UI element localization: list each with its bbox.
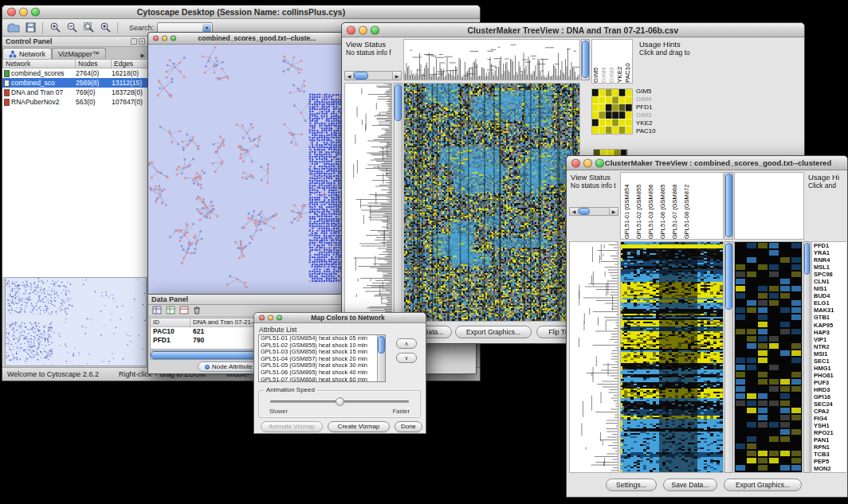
zoom-heatmap[interactable] (735, 242, 802, 472)
col-id[interactable]: ID (151, 318, 190, 327)
scroll-right-icon[interactable]: ▶ (392, 72, 401, 80)
vertical-scrollbar[interactable] (724, 241, 733, 473)
status-scrollbar[interactable]: ◀ ▶ (344, 71, 402, 80)
zoom-in-icon[interactable] (48, 21, 62, 35)
tab-network[interactable]: Network (2, 48, 52, 59)
create-attribute-icon[interactable] (166, 306, 175, 316)
save-data-button[interactable]: Save Data... (663, 479, 717, 491)
move-up-button[interactable]: ∧ (396, 338, 417, 349)
main-titlebar[interactable]: Cytoscape Desktop (Session Name: collins… (2, 6, 480, 19)
expression-heatmap[interactable] (404, 84, 579, 321)
select-attributes-icon[interactable] (152, 306, 162, 316)
import-attribute-icon[interactable] (179, 306, 189, 316)
settings-button[interactable]: Settings... (606, 479, 657, 491)
dialog-titlebar[interactable]: Map Colors to Network (254, 313, 426, 323)
zoom-out-icon[interactable] (65, 21, 79, 35)
network-graph-canvas[interactable] (148, 45, 347, 294)
scrollbar-thumb[interactable] (582, 41, 589, 78)
tab-indicator-icon (205, 365, 210, 369)
delete-attribute-icon[interactable] (193, 306, 201, 316)
scrollbar-thumb[interactable] (378, 336, 385, 354)
gene-label: RPN1 (812, 443, 846, 451)
done-button[interactable]: Done (395, 421, 422, 432)
save-session-icon[interactable] (23, 21, 37, 35)
minimize-button[interactable] (359, 25, 367, 34)
treeview-dna-titlebar[interactable]: ClusterMaker TreeView : DNA and Tran 07-… (342, 23, 804, 37)
heatmap-panel[interactable] (620, 241, 724, 473)
network-list-row[interactable]: RNAPuberNov2563(0)107847(0) (2, 97, 148, 107)
export-graphics-button[interactable]: Export Graphics... (724, 479, 802, 491)
treeview-combined-title: ClusterMaker TreeView : combined_scores_… (595, 156, 841, 170)
network-view-titlebar[interactable]: combined_scores_good.txt--cluste... (148, 33, 347, 45)
move-down-button[interactable]: ∨ (396, 353, 417, 363)
scrollbar-thumb[interactable] (725, 174, 732, 237)
close-panel-icon[interactable]: × (139, 38, 145, 45)
tab-scroll-right-icon[interactable]: ▶ (138, 53, 148, 59)
expression-heatmap[interactable] (621, 242, 723, 472)
combo-arrow-icon[interactable]: ▾ (202, 24, 211, 32)
row-dendrogram-panel[interactable] (569, 241, 618, 473)
zoom-selected-icon[interactable] (98, 21, 112, 35)
scrollbar-thumb[interactable] (725, 243, 732, 310)
network-nodes-count: 563(0) (76, 98, 112, 106)
vertical-scrollbar[interactable] (724, 172, 733, 240)
slider-thumb[interactable] (336, 397, 344, 406)
close-button[interactable] (259, 315, 265, 321)
close-button[interactable] (153, 36, 159, 41)
zoom-heatmap-panel[interactable] (591, 88, 633, 135)
row-dendrogram-panel[interactable] (344, 83, 392, 322)
gene-list[interactable]: PFD1YRA1RNR4MSL1SPC98CLN1NIS1BUD4ELG1MAK… (811, 241, 846, 473)
animate-vizmap-button[interactable]: Animate Vizmap (261, 421, 323, 432)
row-dendrogram[interactable] (345, 84, 391, 321)
col-nodes[interactable]: Nodes (76, 59, 112, 68)
network-list-row[interactable]: DNA and Tran 07769(0)183728(0) (2, 88, 148, 97)
scroll-left-icon[interactable]: ◀ (345, 72, 354, 80)
main-window-title: Cytoscape Desktop (Session Name: collins… (34, 6, 448, 19)
col-edges[interactable]: Edges (112, 59, 148, 68)
scrollbar-thumb[interactable] (804, 243, 810, 275)
minimize-button[interactable] (19, 8, 28, 17)
scrollbar-thumb[interactable] (354, 72, 368, 80)
faster-label: Faster (393, 408, 410, 415)
gene-label: RPO21 (812, 429, 846, 436)
zoom-heatmap-panel[interactable] (734, 241, 803, 473)
network-overview-thumbnail[interactable] (6, 278, 146, 365)
heatmap-panel[interactable] (403, 83, 580, 322)
minimize-button[interactable] (268, 315, 273, 321)
vertical-scrollbar[interactable] (377, 335, 385, 381)
network-list-row[interactable]: combined_sco2569(8)13112(15) (2, 78, 148, 88)
minimize-button[interactable] (583, 158, 592, 167)
zoom-heatmap[interactable] (592, 89, 632, 134)
close-button[interactable] (347, 25, 355, 34)
network-file-icon (4, 99, 10, 106)
float-panel-icon[interactable] (131, 38, 137, 45)
vertical-scrollbar[interactable] (394, 83, 402, 322)
tab-vizmapper[interactable]: VizMapper™ (52, 48, 106, 59)
vertical-scrollbar[interactable] (581, 39, 590, 80)
export-graphics-button[interactable]: Export Graphics... (455, 326, 532, 338)
network-list-row[interactable]: combined_scores2764(0)16218(0) (2, 68, 148, 78)
col-network[interactable]: Network (2, 59, 76, 68)
experiment-column-label: GPL51-06 (GSM865 (657, 174, 669, 239)
network-overview-panel[interactable] (5, 277, 147, 366)
column-dendrogram[interactable] (404, 40, 579, 80)
dna-gene-label: YKE2 (636, 119, 671, 127)
treeview-combined-titlebar[interactable]: ClusterMaker TreeView : combined_scores_… (567, 156, 847, 170)
status-scrollbar[interactable]: ◀ ▶ (569, 207, 618, 216)
zoom-fit-icon[interactable] (81, 21, 96, 35)
column-dendrogram-panel[interactable] (403, 39, 580, 80)
scrollbar-thumb[interactable] (579, 208, 590, 215)
attribute-listbox[interactable]: GPL51-01 (GSM854) heat shock 05 minGPL51… (258, 334, 386, 382)
close-button[interactable] (7, 8, 16, 17)
close-button[interactable] (571, 158, 580, 167)
scroll-right-icon[interactable]: ▶ (609, 208, 618, 215)
open-session-icon[interactable] (6, 21, 21, 35)
scroll-left-icon[interactable]: ◀ (570, 208, 579, 215)
speed-slider[interactable] (270, 400, 409, 403)
create-vizmap-button[interactable]: Create Vizmap (328, 421, 390, 432)
row-dendrogram[interactable] (570, 242, 618, 472)
minimize-button[interactable] (162, 36, 167, 41)
scrollbar-thumb[interactable] (395, 84, 402, 121)
vertical-scrollbar[interactable] (803, 241, 811, 473)
attribute-list-item[interactable]: GPL51-07 (GSM868) heat shock 60 min (259, 377, 377, 381)
